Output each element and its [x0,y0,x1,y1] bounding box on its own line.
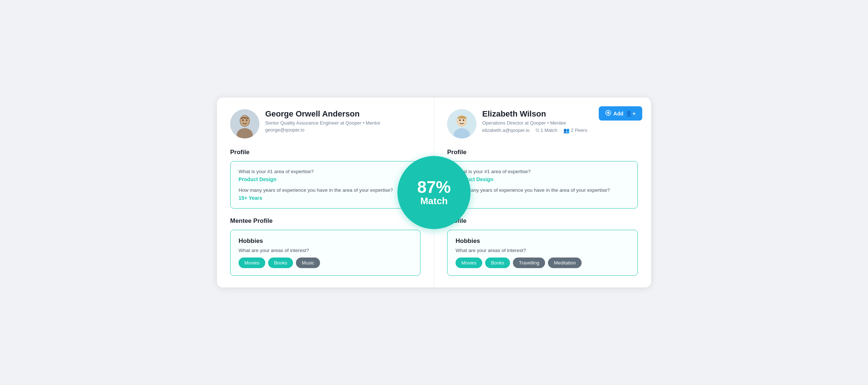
main-container: Add 👤+ [217,98,651,287]
svg-point-12 [463,119,464,121]
svg-point-11 [459,119,461,121]
right-tags: MoviesBooksTravellingMeditation [456,258,629,268]
peers-stat: 👥 2 Peers [563,127,587,133]
right-hobbies-title: Hobbies [456,237,629,245]
add-button[interactable]: Add 👤+ [599,106,642,121]
match-count: 1 Match [541,127,557,133]
match-stat: ⧉ 1 Match [536,127,557,133]
left-user-info: George Orwell Anderson Senior Quality As… [265,109,380,134]
add-button-label: Add [613,111,623,117]
left-q2: How many years of experience you have in… [239,187,412,193]
right-user-meta: Operations Director at Qooper • Mentee [482,120,587,126]
left-q1: What is your #1 area of expertise? [239,169,412,174]
left-user-meta: Senior Quality Assurance Engineer at Qoo… [265,120,380,126]
peers-icon: 👥 [563,127,570,133]
left-hobbies-title: Hobbies [239,237,412,245]
right-profile-section-label: Profile [447,149,638,156]
hobby-tag: Movies [239,258,265,268]
right-user-name: Elizabeth Wilson [482,109,587,119]
right-hobbies-question: What are your areas of interest? [456,248,629,253]
add-user-icon: 👤+ [625,110,636,117]
hobby-tag: Travelling [513,258,545,268]
hobby-tag: Movies [456,258,482,268]
left-a2: 15+ Years [239,195,412,201]
left-user-header: George Orwell Anderson Senior Quality As… [230,109,420,138]
hobby-tag: Books [268,258,293,268]
right-q1: What is your #1 area of expertise? [456,169,629,174]
left-a1: Product Design [239,176,412,182]
right-user-stats: elizabeth.a@qooper.io ⧉ 1 Match 👥 2 Peer… [482,127,587,133]
left-user-name: George Orwell Anderson [265,109,380,119]
add-icon [605,110,611,117]
svg-point-6 [246,119,247,121]
left-profile-section-label: Profile [230,149,420,156]
left-hobbies-question: What are your areas of interest? [239,248,412,253]
right-a1: Product Design [456,176,629,182]
hobby-tag: Books [485,258,510,268]
right-a2: Years [456,195,629,201]
svg-point-5 [242,119,244,121]
match-circle: 87% Match [397,156,471,229]
right-user-email: elizabeth.a@qooper.io [482,127,530,133]
left-mentee-section-label: Mentee Profile [230,217,420,225]
right-profile-card: What is your #1 area of expertise? Produ… [447,161,638,209]
left-user-email: george@qooper.io [265,127,380,133]
right-mentee-card: Hobbies What are your areas of interest?… [447,230,638,276]
hobby-tag: Music [296,258,320,268]
match-label: Match [420,195,448,207]
left-profile-card: What is your #1 area of expertise? Produ… [230,161,420,209]
right-user-info: Elizabeth Wilson Operations Director at … [482,109,587,133]
right-avatar [447,109,476,138]
left-tags: MoviesBooksMusic [239,258,412,268]
right-q2: How many years of experience you have in… [456,187,629,193]
match-icon: ⧉ [536,127,539,133]
hobby-tag: Meditation [548,258,582,268]
svg-point-4 [240,116,249,126]
left-mentee-card: Hobbies What are your areas of interest?… [230,230,420,276]
peers-count: 2 Peers [571,127,587,133]
left-avatar [230,109,259,138]
match-percent: 87% [417,179,451,195]
right-mentee-section-label: Profile [447,217,638,225]
